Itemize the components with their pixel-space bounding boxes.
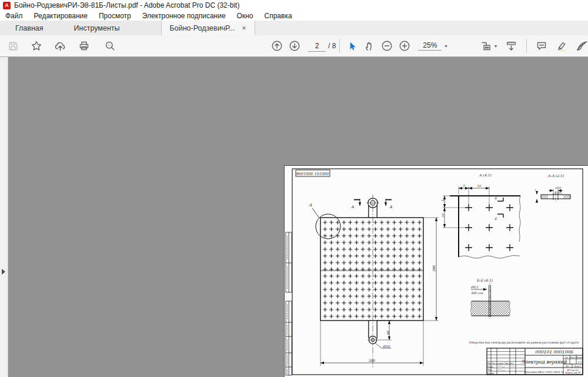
titleblock-part-name: Электрод верхний	[521, 359, 567, 365]
printer-icon	[78, 40, 90, 52]
menu-bar: Файл Редактирование Просмотр Электронное…	[0, 11, 588, 21]
favorite-button[interactable]	[28, 38, 45, 54]
workspace: 000101 0001006	[0, 57, 588, 377]
titleblock-row-nkontr: Н.контр.	[487, 372, 495, 375]
navigation-pane-strip[interactable]	[0, 57, 8, 377]
cloud-upload-icon	[54, 40, 66, 52]
cut-label-a-left: А	[351, 205, 354, 209]
titleblock-header-row: Изм. Лист № докум. Подп. Дата	[487, 362, 513, 365]
tab-home-label: Главная	[15, 24, 44, 32]
acrobat-window: A Бойно-РодзевичРИ-Э8-81Б-Листы.pdf - Ad…	[0, 0, 588, 377]
minus-circle-icon	[381, 40, 393, 52]
menu-window[interactable]: Окно	[237, 12, 253, 20]
ruler-scroll-icon	[505, 40, 517, 52]
dim-bb-count: 400 отв.	[471, 291, 484, 295]
page-up-icon	[271, 40, 283, 52]
page-count-label: / 8	[328, 42, 336, 50]
save-button[interactable]	[5, 38, 22, 54]
highlighter-icon	[556, 40, 567, 52]
menu-help[interactable]: Справка	[265, 12, 292, 20]
tab-document-label: Бойно-РодзевичР...	[170, 24, 235, 32]
comment-bubble-icon	[536, 40, 547, 52]
comment-button[interactable]	[533, 38, 550, 54]
chevron-down-icon[interactable]: ▾	[495, 44, 497, 49]
dim-10-top: 10	[477, 184, 481, 188]
menu-edit[interactable]: Редактирование	[34, 12, 88, 20]
tab-tools[interactable]: Инструменты	[59, 21, 135, 35]
main-toolbar: / 8 25	[0, 35, 588, 57]
acrobat-app-icon: A	[3, 2, 11, 9]
titleblock-mass: Масса	[570, 356, 576, 359]
dim-bb-hole: Ø0,5	[471, 285, 479, 289]
dim-aa-count: 2 отв.	[554, 191, 562, 193]
titleblock-row-razrab: Разраб.	[487, 366, 494, 368]
titleblock-scale-value: 1:1	[577, 361, 582, 363]
dim-40: 40	[386, 331, 390, 335]
tabbar-spacer	[255, 21, 588, 35]
titleblock-org-line2: Баумана, каф. Э8	[566, 372, 580, 374]
page-down-icon	[289, 40, 300, 52]
toolbar-separator	[526, 39, 527, 53]
toolbar-separator	[339, 39, 340, 53]
page-fit-button[interactable]: ▾	[477, 38, 500, 54]
dim-aa-hole: Ø10	[555, 186, 562, 189]
detail-callout-label: А	[309, 203, 312, 208]
corner-stamp-number: 000101 0001006	[296, 171, 329, 176]
titleblock-material: Пластина ВФ1с ГОСТ 2850-74	[524, 371, 564, 373]
save-icon	[8, 41, 19, 52]
highlight-button[interactable]	[553, 38, 570, 54]
dim-hole-10: Ø10	[383, 345, 390, 348]
tab-document[interactable]: Бойно-РодзевичР... ×	[161, 21, 255, 35]
tab-home[interactable]: Главная	[0, 21, 59, 35]
star-icon	[31, 40, 42, 52]
menu-file[interactable]: Файл	[5, 12, 23, 20]
section-aa-label: А-А (2:1)	[547, 174, 564, 178]
zoom-level-control[interactable]: 25% ▾	[418, 41, 447, 51]
window-titlebar: A Бойно-РодзевичРИ-Э8-81Б-Листы.pdf - Ad…	[0, 0, 588, 11]
next-page-button[interactable]	[286, 38, 303, 54]
tab-bar: Главная Инструменты Бойно-РодзевичР... ×	[0, 21, 588, 35]
dim-10-left: 10	[441, 213, 445, 218]
hand-tool-button[interactable]	[360, 38, 378, 54]
titleblock-row-prov: Пров.	[487, 369, 492, 371]
chevron-down-icon[interactable]: ▾	[445, 44, 447, 49]
engineering-drawing: 000101 0001006	[284, 165, 588, 377]
hand-icon	[363, 40, 375, 52]
plus-circle-icon	[399, 40, 410, 52]
menu-esign[interactable]: Электронное подписание	[142, 12, 226, 20]
tab-tools-label: Инструменты	[74, 24, 120, 32]
quill-pen-icon	[576, 40, 587, 52]
cut-label-a-right: А	[389, 205, 392, 209]
page-number-input[interactable]	[308, 40, 326, 52]
share-button[interactable]	[51, 38, 69, 54]
expand-panel-icon[interactable]	[2, 269, 5, 275]
document-area[interactable]: 000101 0001006	[8, 57, 588, 377]
titleblock-sheets: Листов 1	[574, 365, 581, 368]
zoom-in-button[interactable]	[396, 38, 413, 54]
select-tool-button[interactable]	[343, 38, 360, 54]
fit-page-icon	[480, 40, 493, 52]
detail-view-label: А (4:1)	[479, 173, 492, 177]
zoom-out-button[interactable]	[378, 38, 396, 54]
menu-view[interactable]: Просмотр	[99, 12, 131, 20]
previous-page-button[interactable]	[268, 38, 286, 54]
close-icon[interactable]: ×	[242, 25, 246, 32]
titleblock-doc-number: 000101 0001006	[535, 349, 574, 355]
window-title: Бойно-РодзевичРИ-Э8-81Б-Листы.pdf - Adob…	[14, 1, 239, 9]
select-cursor-icon	[346, 41, 358, 52]
find-button[interactable]	[101, 38, 119, 54]
titleblock-sheet: Лист	[566, 365, 570, 368]
titleblock-lit: Лит.	[565, 356, 568, 359]
print-button[interactable]	[75, 38, 93, 54]
fill-sign-button[interactable]	[573, 38, 588, 54]
search-icon	[104, 40, 116, 52]
titleblock-scale: Масштаб	[576, 356, 583, 359]
scrolling-mode-button[interactable]	[502, 38, 520, 54]
zoom-level-value[interactable]: 25%	[418, 41, 442, 51]
section-bb-label: Б-Б (4:1)	[476, 278, 493, 282]
dim-width-200: 200	[369, 359, 375, 362]
dim-height-200: 200	[432, 265, 436, 272]
pdf-page: 000101 0001006	[284, 165, 588, 377]
